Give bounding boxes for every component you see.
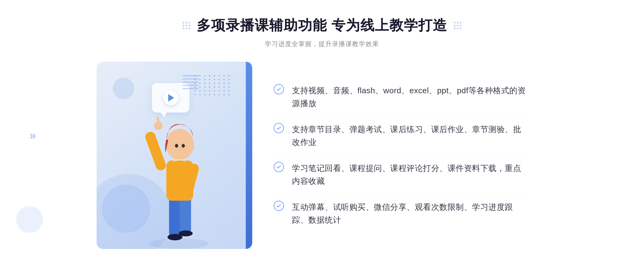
stripes-decoration bbox=[182, 75, 201, 99]
check-icon-2 bbox=[274, 123, 284, 133]
feature-item-2: 支持章节目录、弹题考试、课后练习、课后作业、章节测验、批改作业 bbox=[274, 117, 526, 155]
svg-rect-2 bbox=[180, 195, 191, 234]
subtitle: 学习进度全掌握，提升录播课教学效果 bbox=[265, 40, 379, 48]
svg-point-11 bbox=[154, 121, 163, 130]
feature-item-1: 支持视频、音频、flash、word、excel、ppt、pdf等各种格式的资源… bbox=[274, 78, 526, 117]
right-dot-grid bbox=[454, 22, 462, 29]
left-arrow-decoration: » bbox=[30, 129, 36, 142]
feature-item-3: 学习笔记回看、课程提问、课程评论打分、课件资料下载，重点内容收藏 bbox=[274, 155, 526, 194]
left-dot-grid bbox=[182, 22, 190, 29]
header-section: 多项录播课辅助功能 专为线上教学打造 学习进度全掌握，提升录播课教学效果 bbox=[182, 16, 462, 48]
feature-text-3: 学习笔记回看、课程提问、课程评论打分、课件资料下载，重点内容收藏 bbox=[292, 162, 526, 188]
svg-rect-1 bbox=[169, 195, 181, 238]
feature-text-2: 支持章节目录、弹题考试、课后练习、课后作业、章节测验、批改作业 bbox=[292, 123, 526, 149]
circle-small bbox=[113, 78, 134, 99]
features-area: 支持视频、音频、flash、word、excel、ppt、pdf等各种格式的资源… bbox=[252, 62, 547, 249]
play-icon bbox=[163, 90, 178, 105]
blue-accent-bar bbox=[246, 62, 252, 249]
feature-item-4: 互动弹幕、试听购买、微信分享、观看次数限制、学习进度跟踪、数据统计 bbox=[274, 194, 526, 233]
feature-text-1: 支持视频、音频、flash、word、excel、ppt、pdf等各种格式的资源… bbox=[292, 84, 526, 110]
page-circle-decoration bbox=[16, 206, 43, 233]
content-area: 支持视频、音频、flash、word、excel、ppt、pdf等各种格式的资源… bbox=[97, 62, 547, 249]
play-triangle bbox=[168, 94, 174, 102]
check-icon-3 bbox=[274, 162, 284, 172]
feature-text-4: 互动弹幕、试听购买、微信分享、观看次数限制、学习进度跟踪、数据统计 bbox=[292, 201, 526, 226]
svg-point-9 bbox=[175, 144, 178, 148]
svg-line-12 bbox=[158, 118, 158, 121]
check-icon-1 bbox=[274, 84, 284, 94]
svg-rect-6 bbox=[144, 130, 167, 172]
page-wrapper: » 多项录播课辅助功能 专为线上教学打造 学习进度全掌握，提升录播课教学效果 bbox=[0, 0, 644, 261]
person-illustration bbox=[138, 110, 219, 249]
svg-point-8 bbox=[166, 129, 194, 160]
svg-point-10 bbox=[182, 144, 185, 148]
check-icon-4 bbox=[274, 201, 284, 211]
svg-point-4 bbox=[179, 230, 193, 236]
title-row: 多项录播课辅助功能 专为线上教学打造 bbox=[182, 16, 462, 35]
main-title: 多项录播课辅助功能 专为线上教学打造 bbox=[197, 16, 447, 35]
illustration-area bbox=[97, 62, 252, 249]
